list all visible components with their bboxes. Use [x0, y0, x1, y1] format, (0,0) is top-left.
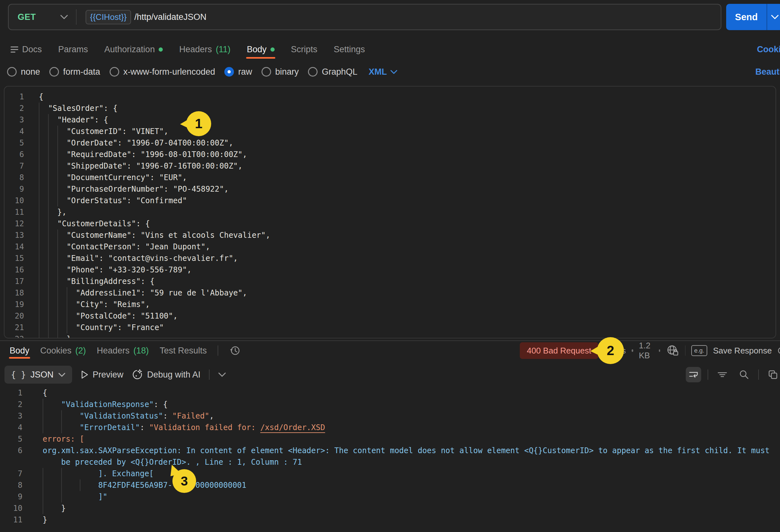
url-input[interactable]: {{CIHost}} /http/validateJSON [86, 10, 206, 25]
beautify-link[interactable]: Beautify [755, 64, 780, 80]
indent-guide [39, 287, 48, 299]
radio-none[interactable]: none [7, 67, 40, 77]
radio-x-www-form-urlencoded[interactable]: x-www-form-urlencoded [110, 67, 215, 77]
indent-guide [57, 137, 67, 149]
indent-guide [48, 137, 57, 149]
filter-icon [717, 369, 728, 380]
indent-guide [57, 149, 67, 160]
tab-params[interactable]: Params [58, 45, 88, 54]
word-wrap-toggle[interactable] [686, 367, 701, 382]
clipped-circle-icon[interactable] [777, 347, 780, 354]
dot-separator [659, 349, 661, 352]
copy-button[interactable] [765, 367, 780, 382]
indent-guide [67, 299, 76, 310]
request-body-editor[interactable]: 1{2"SalesOrder": {3"Header": {4"Customer… [4, 86, 776, 338]
send-options-chevron-icon[interactable] [767, 14, 780, 19]
preview-button[interactable]: Preview [81, 370, 124, 380]
annotation-callout-2: 2 [597, 337, 624, 364]
play-icon [81, 370, 89, 380]
indent-guide [48, 241, 57, 252]
filter-button[interactable] [715, 367, 730, 382]
divider [685, 345, 685, 356]
code-line: 7 ]. Exchange[ [0, 468, 780, 479]
response-tab-test-results[interactable]: Test Results [159, 346, 207, 356]
tab-docs[interactable]: Docs [11, 45, 42, 54]
indent-guide [48, 126, 57, 137]
radio-raw[interactable]: raw [224, 67, 252, 77]
proxy-globe-lock-icon[interactable] [666, 344, 679, 357]
code-line: 20"PostalCode": "51100", [4, 310, 776, 322]
url-path: /http/validateJSON [134, 12, 206, 22]
tab-headers[interactable]: Headers (11) [179, 45, 231, 54]
tab-scripts[interactable]: Scripts [291, 45, 318, 54]
indent-guide [57, 322, 67, 333]
response-tab-body[interactable]: Body [10, 346, 30, 356]
indent-guide [48, 287, 57, 299]
divider [209, 370, 209, 380]
save-response-button[interactable]: Save Response [713, 346, 772, 356]
code-line: 88F42FDF4E56A9B7- 00000000001 [0, 479, 780, 491]
line-number: 21 [4, 322, 24, 333]
divider [76, 9, 77, 25]
response-view-tools [686, 365, 780, 384]
line-number: 3 [0, 410, 22, 422]
radio-form-data[interactable]: form-data [49, 67, 100, 77]
line-number: 11 [4, 206, 24, 218]
line-number: 20 [4, 310, 24, 322]
indent-guide [57, 252, 67, 264]
line-number: 8 [4, 172, 24, 183]
code-line: 1{ [0, 387, 780, 399]
indent-guide [48, 183, 57, 195]
line-number: 10 [4, 195, 24, 206]
method-selector[interactable]: GET [9, 12, 76, 22]
line-number: 4 [4, 126, 24, 137]
more-actions-chevron-icon[interactable] [218, 372, 226, 377]
line-number: 3 [4, 114, 24, 126]
radio-binary[interactable]: binary [261, 67, 299, 77]
code-line: 1{ [4, 91, 776, 103]
line-number: 16 [4, 264, 24, 276]
indent-guide [57, 287, 67, 299]
tab-body[interactable]: Body [247, 45, 275, 54]
line-number: 15 [4, 252, 24, 264]
line-number: 2 [4, 103, 24, 114]
line-number: 10 [0, 502, 22, 514]
tab-settings[interactable]: Settings [334, 45, 365, 54]
indent-guide [48, 218, 57, 230]
annotation-callout-3: 3 [173, 469, 196, 493]
line-number: 1 [4, 91, 24, 103]
code-line: 22} [4, 333, 776, 338]
radio-circle-icon [7, 67, 17, 77]
radio-graphql[interactable]: GraphQL [308, 67, 357, 77]
indent-guide [48, 310, 57, 322]
code-line: 14"ContactPerson": "Jean Dupont", [4, 241, 776, 252]
indent-guide [39, 252, 48, 264]
indent-guide [57, 172, 67, 183]
line-number: 5 [4, 137, 24, 149]
response-format-select[interactable]: { } JSON [4, 366, 72, 384]
code-line: be preceded by <Q{}OrderID>. , Line : 1,… [0, 456, 780, 468]
raw-language-select[interactable]: XML [369, 67, 398, 77]
radio-circle-icon [49, 67, 59, 77]
code-line: 12"CustomerDetails": { [4, 218, 776, 230]
tab-authorization[interactable]: Authorization [104, 45, 163, 54]
search-button[interactable] [736, 367, 752, 382]
history-icon[interactable] [229, 345, 241, 356]
indent-guide [39, 160, 48, 172]
debug-with-ai-button[interactable]: Debug with AI [132, 369, 201, 380]
response-body-viewer[interactable]: 1{2"ValidationResponse": {3"ValidationSt… [0, 387, 780, 532]
code-line: 15"Email": "contact@vins-chevalier.fr", [4, 252, 776, 264]
indent-guide [39, 310, 48, 322]
line-number: 18 [4, 287, 24, 299]
indent-guide [48, 276, 57, 287]
code-line: 6"RequiredDate": "1996-08-01T00:00:00Z", [4, 149, 776, 160]
response-tab-headers[interactable]: Headers (18) [97, 346, 149, 356]
cookies-link[interactable]: Cookies [757, 41, 780, 58]
send-button[interactable]: Send [726, 4, 780, 30]
url-variable-chip[interactable]: {{CIHost}} [86, 10, 131, 25]
line-number: 7 [4, 160, 24, 172]
code-line: 4"ErrorDetail": "Validation failed for: … [0, 422, 780, 433]
indent-guide [80, 479, 98, 491]
response-tab-cookies[interactable]: Cookies (2) [40, 346, 86, 356]
chevron-down-icon [58, 373, 66, 377]
